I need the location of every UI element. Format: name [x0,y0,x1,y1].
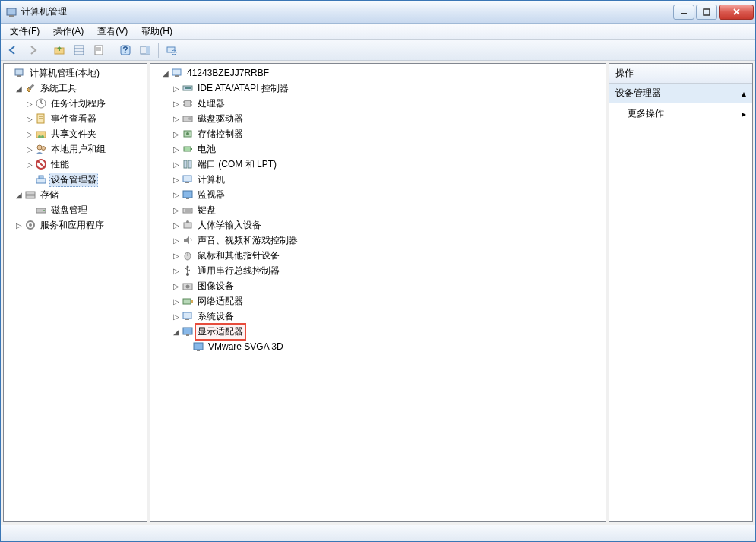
expand-icon[interactable]: ▷ [14,221,24,230]
expand-icon[interactable]: ▷ [172,312,181,321]
forward-button[interactable] [24,42,42,59]
expand-icon[interactable]: ▷ [25,115,34,123]
device-usb[interactable]: ▷ 通用串行总线控制器 [150,263,606,278]
collapse-icon[interactable]: ◢ [14,191,24,199]
device-network[interactable]: ▷ 网络适配器 [150,293,606,309]
device-hid[interactable]: ▷ 人体学输入设备 [150,217,606,233]
expand-icon[interactable]: ▷ [172,282,181,290]
svg-rect-16 [146,46,150,54]
device-root[interactable]: ◢ 41243BZEJJ7RRBF [150,65,606,81]
expand-icon[interactable]: ▷ [172,252,181,260]
collapse-icon[interactable]: ◢ [14,84,24,93]
expand-icon[interactable]: ▷ [172,206,181,214]
collapse-icon[interactable]: ◢ [172,328,181,336]
device-disk[interactable]: ▷ 磁盘驱动器 [150,111,606,126]
expand-icon[interactable]: ▷ [172,130,181,138]
menu-view[interactable]: 查看(V) [91,24,134,40]
actions-pane: 操作 设备管理器 ▴ 更多操作 ▸ [609,63,753,522]
middle-pane: ◢ 41243BZEJJ7RRBF ▷ IDE ATA/ATAPI 控制器 ▷ … [150,63,606,522]
svg-rect-48 [185,100,191,106]
tree-performance[interactable]: ▷ 性能 [4,157,147,172]
mouse-icon [182,249,194,261]
actions-section[interactable]: 设备管理器 ▴ [609,84,752,103]
shared-folder-icon [35,128,47,140]
svg-rect-58 [191,148,192,150]
expand-icon[interactable]: ▷ [25,100,34,108]
device-monitors[interactable]: ▷ 监视器 [150,187,606,202]
up-folder-icon[interactable] [50,42,68,59]
tree-system-tools[interactable]: ◢ 系统工具 [4,81,147,96]
menu-help[interactable]: 帮助(H) [135,24,179,40]
scan-hardware-icon[interactable] [163,42,181,59]
speaker-icon [182,234,194,246]
device-imaging[interactable]: ▷ 图像设备 [150,278,606,293]
svg-rect-29 [36,132,46,138]
expand-icon[interactable]: ▷ [172,267,181,275]
tree-shared-folders[interactable]: ▷ 共享文件夹 [4,126,147,141]
device-computers[interactable]: ▷ 计算机 [150,172,606,187]
device-battery[interactable]: ▷ 电池 [150,141,606,157]
performance-icon [35,158,47,170]
expand-icon[interactable]: ▷ [25,145,34,154]
device-manager-icon [35,173,47,185]
svg-rect-65 [183,208,192,213]
back-button[interactable] [4,42,22,59]
expand-icon[interactable]: ▷ [172,221,181,230]
device-storage-ctrl[interactable]: ▷ 存储控制器 [150,126,606,141]
svg-rect-0 [7,8,16,15]
menu-action[interactable]: 操作(A) [47,24,90,40]
maximize-button[interactable] [696,5,717,20]
device-ports[interactable]: ▷ 端口 (COM 和 LPT) [150,157,606,172]
close-button[interactable] [719,5,754,20]
svg-rect-1 [9,15,14,17]
minimize-button[interactable] [673,5,694,20]
details-view-icon[interactable] [70,42,88,59]
storage-ctrl-icon [182,128,194,140]
device-display-item[interactable]: VMware SVGA 3D [150,339,606,354]
tree-storage[interactable]: ◢ 存储 [4,187,147,202]
device-system[interactable]: ▷ 系统设备 [150,309,606,324]
device-mouse[interactable]: ▷ 鼠标和其他指针设备 [150,248,606,263]
svg-rect-60 [188,160,191,168]
system-device-icon [182,310,194,322]
tree-event-viewer[interactable]: ▷ 事件查看器 [4,111,147,126]
hid-icon [182,219,194,231]
expand-icon[interactable]: ▷ [172,145,181,154]
svg-point-31 [41,135,44,138]
expand-icon[interactable]: ▷ [172,160,181,169]
expand-icon[interactable]: ▷ [172,100,181,108]
tree-device-manager[interactable]: 设备管理器 [4,172,147,187]
device-audio[interactable]: ▷ 声音、视频和游戏控制器 [150,233,606,248]
device-cpu[interactable]: ▷ 处理器 [150,96,606,111]
actions-pane-icon[interactable] [136,42,154,59]
tree-task-scheduler[interactable]: ▷ 任务计划程序 [4,96,147,111]
expand-icon[interactable]: ▷ [172,84,181,93]
help-icon[interactable]: ? [116,42,134,59]
svg-rect-39 [26,195,35,198]
expand-icon[interactable]: ▷ [25,130,34,138]
tree-local-users[interactable]: ▷ 本地用户和组 [4,141,147,157]
tree-root[interactable]: 计算机管理(本地) [4,65,147,81]
statusbar [1,525,755,541]
expand-icon[interactable]: ▷ [172,297,181,306]
svg-point-43 [29,223,32,227]
device-keyboards[interactable]: ▷ 键盘 [150,202,606,217]
expand-icon[interactable]: ▷ [172,115,181,123]
svg-rect-81 [183,328,192,334]
tree-services-apps[interactable]: ▷ 服务和应用程序 [4,217,147,233]
menu-file[interactable]: 文件(F) [4,24,46,40]
properties-icon[interactable] [90,42,108,59]
actions-more[interactable]: 更多操作 ▸ [609,103,752,124]
tree-disk-mgmt[interactable]: 磁盘管理 [4,202,147,217]
expand-icon[interactable]: ▷ [25,160,34,169]
expand-icon[interactable]: ▷ [172,176,181,184]
svg-point-41 [43,210,45,211]
expand-icon[interactable]: ▷ [172,236,181,245]
device-display-adapters[interactable]: ◢ 显示适配器 [150,324,606,339]
expand-icon[interactable]: ▷ [172,191,181,199]
device-ide[interactable]: ▷ IDE ATA/ATAPI 控制器 [150,81,606,96]
svg-rect-57 [184,147,191,151]
svg-rect-44 [172,69,181,75]
collapse-icon[interactable]: ◢ [161,69,170,78]
toolbar-separator [158,43,159,58]
